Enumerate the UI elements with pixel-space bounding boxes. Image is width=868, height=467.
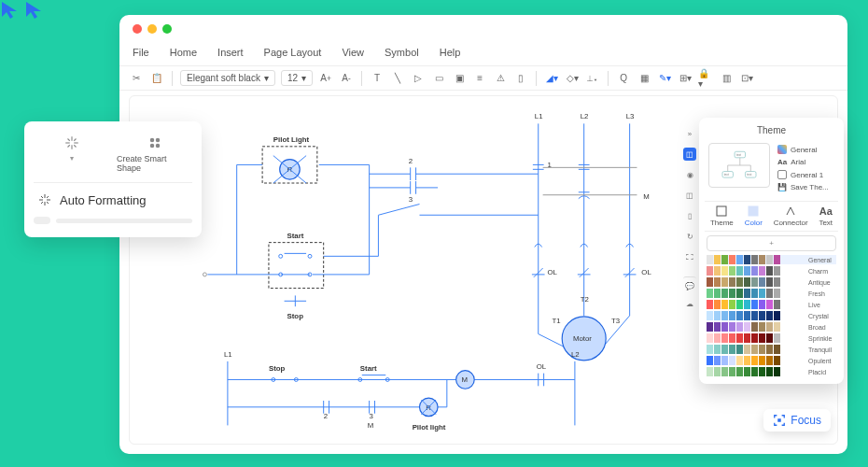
side-icons: » ◫ ◉ ◫ ▯ ↻ ⛶ 💬 ☁ bbox=[680, 118, 699, 310]
theme-row[interactable]: Opulent bbox=[707, 356, 836, 365]
theme-row[interactable]: Antique bbox=[707, 277, 836, 287]
menu-view[interactable]: View bbox=[342, 47, 364, 58]
tab-color[interactable]: Color bbox=[745, 205, 763, 227]
side-storage-icon[interactable]: ◫ bbox=[683, 189, 696, 202]
pointer-icon[interactable]: ▷ bbox=[411, 71, 426, 86]
svg-text:text: text bbox=[724, 173, 729, 177]
font-size[interactable]: 12▾ bbox=[281, 70, 313, 86]
auto-format-button[interactable]: Auto Formatting bbox=[34, 183, 192, 213]
cursor-icon bbox=[24, 0, 45, 21]
more-icon[interactable]: ⊡▾ bbox=[739, 71, 754, 86]
menu-file[interactable]: File bbox=[133, 47, 149, 58]
theme-row[interactable]: Fresh bbox=[707, 289, 836, 298]
label-lm2: M bbox=[368, 421, 374, 430]
theme-row[interactable]: General bbox=[707, 255, 836, 264]
line-icon[interactable]: ╲ bbox=[390, 71, 405, 86]
side-theme-icon[interactable]: ◫ bbox=[683, 148, 696, 161]
label-ol1: OL bbox=[548, 268, 558, 276]
lock-icon[interactable]: 🔒▾ bbox=[698, 71, 713, 86]
chart-icon[interactable]: ▯ bbox=[513, 71, 528, 86]
svg-line-86 bbox=[47, 202, 49, 204]
side-chat-icon[interactable]: 💬 bbox=[683, 276, 696, 290]
label-lstop: Stop bbox=[269, 364, 286, 373]
svg-point-77 bbox=[149, 138, 154, 143]
align-icon[interactable]: ≡ bbox=[472, 71, 487, 86]
tab-theme[interactable]: Theme bbox=[710, 205, 734, 227]
image-icon[interactable]: ▣ bbox=[452, 71, 467, 86]
format-popup: ▾ Create Smart Shape Auto Formatting bbox=[24, 121, 202, 237]
theme-row[interactable]: Tranquil bbox=[707, 345, 836, 354]
crop-icon[interactable]: ⟂▾ bbox=[585, 71, 600, 86]
label-1: 1 bbox=[548, 161, 552, 169]
label-m: M bbox=[643, 192, 650, 201]
font-select[interactable]: Elegant soft black▾ bbox=[180, 70, 275, 86]
paste-icon[interactable]: 📋 bbox=[149, 71, 164, 86]
theme-opt-general[interactable]: General bbox=[777, 145, 829, 154]
group-icon[interactable]: ⊞▾ bbox=[678, 71, 693, 86]
side-layer-icon[interactable]: ◉ bbox=[683, 168, 696, 181]
svg-line-85 bbox=[41, 196, 43, 198]
theme-row[interactable]: Charm bbox=[707, 266, 836, 276]
theme-opt-save[interactable]: 💾Save The... bbox=[777, 183, 829, 191]
add-theme-button[interactable]: + bbox=[707, 235, 836, 251]
theme-row[interactable]: Live bbox=[707, 300, 836, 309]
close-icon[interactable] bbox=[133, 24, 142, 34]
theme-opt-general1[interactable]: General 1 bbox=[777, 170, 829, 179]
theme-title: Theme bbox=[705, 123, 838, 139]
theme-opt-arial[interactable]: AaArial bbox=[777, 158, 829, 166]
svg-line-47 bbox=[378, 205, 419, 216]
label-l2n: 2 bbox=[324, 412, 328, 420]
side-help-icon[interactable]: ☁ bbox=[683, 297, 696, 310]
layers-icon[interactable]: ▥ bbox=[719, 71, 734, 86]
theme-rows: GeneralCharmAntiqueFreshLiveCrystalBroad… bbox=[707, 255, 836, 376]
search-icon[interactable]: Q bbox=[616, 71, 631, 86]
svg-line-75 bbox=[74, 139, 76, 141]
font-decrease-icon[interactable]: A- bbox=[339, 71, 354, 86]
menu-home[interactable]: Home bbox=[170, 47, 197, 58]
label-l3: L3 bbox=[626, 112, 635, 120]
svg-line-74 bbox=[74, 145, 76, 147]
theme-row[interactable]: Sprinkle bbox=[707, 333, 836, 343]
border-icon[interactable]: ◇▾ bbox=[565, 71, 580, 86]
label-ol2: OL bbox=[641, 268, 651, 276]
side-expand-icon[interactable]: ⛶ bbox=[683, 250, 696, 263]
svg-point-23 bbox=[308, 254, 312, 258]
sparkle-button[interactable]: ▾ bbox=[34, 134, 109, 173]
menu-insert[interactable]: Insert bbox=[217, 47, 244, 58]
smart-shape-button[interactable]: Create Smart Shape bbox=[117, 134, 192, 173]
shape-icon[interactable]: ▭ bbox=[431, 71, 446, 86]
menu-bar: File Home Insert Page Layout View Symbol… bbox=[119, 43, 847, 65]
label-lm: M bbox=[462, 375, 469, 384]
menu-page-layout[interactable]: Page Layout bbox=[264, 47, 322, 58]
menu-help[interactable]: Help bbox=[440, 47, 461, 58]
label-l1: L1 bbox=[535, 112, 543, 120]
label-l3n: 3 bbox=[370, 412, 374, 420]
svg-point-22 bbox=[279, 254, 283, 258]
minimize-icon[interactable] bbox=[147, 24, 157, 34]
cut-icon[interactable]: ✂ bbox=[129, 71, 144, 86]
warn-icon[interactable]: ⚠ bbox=[493, 71, 508, 86]
font-increase-icon[interactable]: A+ bbox=[318, 71, 333, 86]
theme-row[interactable]: Broad bbox=[707, 322, 836, 332]
theme-row[interactable]: Placid bbox=[707, 367, 836, 376]
side-page-icon[interactable]: ▯ bbox=[683, 209, 696, 222]
theme-thumb[interactable]: texttexttext bbox=[708, 143, 770, 188]
table-icon[interactable]: ▦ bbox=[637, 71, 651, 86]
svg-text:text: text bbox=[747, 173, 751, 177]
text-icon[interactable]: T bbox=[370, 71, 385, 86]
menu-symbol[interactable]: Symbol bbox=[385, 47, 419, 58]
label-lol: OL bbox=[537, 362, 547, 371]
side-history-icon[interactable]: ↻ bbox=[683, 230, 696, 243]
tab-text[interactable]: AaText bbox=[819, 205, 833, 227]
label-3: 3 bbox=[409, 195, 413, 204]
side-collapse-icon[interactable]: » bbox=[683, 127, 696, 140]
theme-row[interactable]: Crystal bbox=[707, 311, 836, 320]
tab-connector[interactable]: Connector bbox=[774, 205, 808, 227]
format-slider[interactable] bbox=[34, 213, 192, 228]
label-start: Start bbox=[287, 232, 304, 240]
maximize-icon[interactable] bbox=[162, 24, 172, 34]
pen-icon[interactable]: ✎▾ bbox=[657, 71, 672, 86]
label-motor: Motor bbox=[573, 334, 592, 343]
fill-icon[interactable]: ◢▾ bbox=[544, 71, 559, 86]
focus-button[interactable]: Focus bbox=[763, 409, 831, 432]
